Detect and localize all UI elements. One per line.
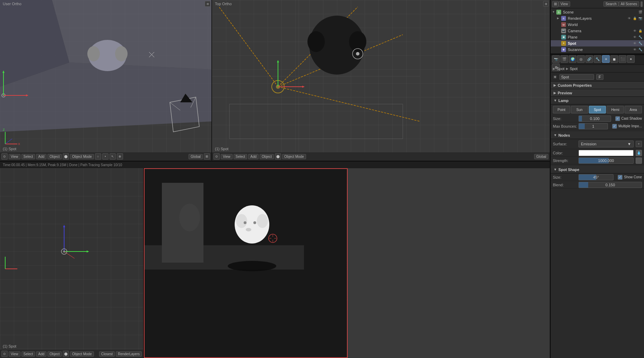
color-eyedropper[interactable]: 💧 [636, 150, 642, 156]
rl-lock-icon[interactable]: 🔒 [632, 16, 637, 21]
show-cone-checkbox[interactable]: ✓ [618, 175, 623, 180]
tb-mode-icon-tr[interactable]: ⬤ [275, 153, 281, 160]
tb-select-btn[interactable]: Select [21, 154, 35, 159]
spot-wrench-icon[interactable]: 🔧 [638, 41, 643, 46]
tb-select-btn-bl[interactable]: Select [21, 351, 35, 357]
tb-dot-icon[interactable]: • [102, 153, 108, 160]
prop-object-icon-btn[interactable]: ◎ [577, 55, 585, 63]
tb-global-btn[interactable]: Global [189, 154, 203, 159]
prop-particles-icon-btn[interactable]: ✦ [627, 55, 635, 63]
strength-slider[interactable]: 1000.000 [578, 157, 634, 164]
viewport-max-btn[interactable]: ⊞ [205, 1, 210, 7]
tree-item-spot[interactable]: ▶ ☀ Spot 👁 🔧 [551, 40, 644, 46]
tree-item-world[interactable]: ▶ W World [551, 22, 644, 28]
tb-object-btn[interactable]: Object [47, 154, 62, 159]
suzanne-eye-icon[interactable]: 👁 [632, 47, 637, 52]
tree-item-camera[interactable]: ▶ 📷 Camera 👁 🔒 [551, 28, 644, 34]
plane-eye-icon[interactable]: 👁 [632, 35, 637, 40]
section-nodes[interactable]: ▼ Nodes [551, 131, 644, 139]
tb-mode-icon[interactable]: ⬤ [63, 153, 69, 160]
prop-world-icon-btn[interactable]: 🌍 [569, 55, 576, 63]
tb-closest-btn[interactable]: Closest [99, 351, 115, 357]
lamp-name-input[interactable] [559, 74, 594, 80]
tb-global-btn-tr[interactable]: Global [534, 154, 548, 159]
tb-view-btn-tr[interactable]: View [221, 154, 233, 159]
spot-size-slider[interactable]: 45° [578, 174, 613, 180]
section-lamp[interactable]: ▼ Lamp [551, 97, 644, 104]
tree-item-plane[interactable]: ▶ ▣ Plane 👁 🔧 [551, 34, 644, 40]
section-custom-properties[interactable]: ▶ Custom Properties [551, 82, 644, 89]
size-slider[interactable]: 0.100 [578, 116, 611, 122]
breadcrumb-spot1[interactable]: Spot [557, 67, 565, 71]
tb-view-btn[interactable]: View [9, 154, 20, 159]
viewport-bottom-left[interactable]: (1) Spot ⊙ View Select Add Object ⬤ Obje… [0, 168, 144, 358]
cam-eye-icon[interactable]: 👁 [632, 28, 637, 33]
tree-item-scene[interactable]: ▼ S Scene 🎬 [551, 9, 644, 15]
panel-resize-handle[interactable] [641, 1, 643, 7]
tb-cursor-icon[interactable]: ↖ [110, 153, 116, 160]
breadcrumb-spot2[interactable]: Spot [570, 67, 578, 71]
max-bounces-slider[interactable]: 1 [578, 123, 608, 129]
prop-material-icon-btn[interactable]: ◼ [610, 55, 618, 63]
tb-add-btn[interactable]: Add [36, 154, 46, 159]
outliner-view-icon[interactable]: ⊞ [552, 1, 558, 7]
viewport-user-ortho[interactable]: X Z Us [0, 0, 212, 161]
prop-lamp-icon-btn[interactable]: ☀ [602, 55, 610, 63]
color-swatch[interactable] [578, 150, 634, 156]
viewport-controls-tr[interactable]: ⊞ [543, 1, 549, 7]
cam-lock-icon[interactable]: 🔒 [638, 28, 643, 33]
section-spot-shape[interactable]: ▼ Spot Shape [551, 166, 644, 173]
lamp-hemi-btn[interactable]: Hemi [607, 106, 624, 113]
rl-render-icon[interactable]: 📷 [638, 16, 643, 21]
surface-dropdown[interactable]: Emission ▼ [578, 140, 634, 147]
tb-object-btn-bl[interactable]: Object [47, 351, 62, 357]
tb-mode-btn-bl[interactable]: Object Mode [70, 351, 94, 357]
viewport-render[interactable] [144, 168, 348, 358]
tb-render-layers-btn[interactable]: RenderLayers [116, 351, 142, 357]
section-preview[interactable]: ▶ Preview [551, 89, 644, 97]
tb-mode-btn-tr[interactable]: Object Mode [282, 154, 306, 159]
multiple-imp-checkbox[interactable]: ✓ [612, 124, 617, 129]
prop-render-icon-btn[interactable]: 📷 [552, 55, 560, 63]
tb-mode-icon-bl[interactable]: ⬤ [63, 351, 69, 357]
tb-move-icon[interactable]: ⊕ [117, 153, 123, 160]
plane-wrench-icon[interactable]: 🔧 [638, 35, 643, 40]
viewport-max-btn-tr[interactable]: ⊞ [543, 1, 549, 7]
viewport-toolbar-tl[interactable]: ⊙ View Select Add Object ⬤ Object Mode ○… [0, 152, 211, 161]
tb-add-btn-tr[interactable]: Add [248, 154, 259, 159]
tb-object-btn-tr[interactable]: Object [260, 154, 274, 159]
strength-extra-btn[interactable] [636, 157, 642, 164]
viewport-top-ortho[interactable]: Top Ortho ⊞ (1) Spot ⊙ View Select Add O… [212, 0, 550, 161]
blend-slider[interactable]: 0.150 [578, 182, 642, 188]
suzanne-wrench-icon[interactable]: 🔧 [638, 47, 643, 52]
tb-add-btn-bl[interactable]: Add [36, 351, 46, 357]
lamp-point-btn[interactable]: Point [553, 106, 570, 113]
tb-select-btn-tr[interactable]: Select [234, 154, 247, 159]
cast-shadow-checkbox[interactable]: ✓ [615, 116, 620, 121]
tb-mode-btn[interactable]: Object Mode [70, 154, 94, 159]
prop-scene-icon-btn[interactable]: 🎬 [560, 55, 568, 63]
tb-view-icon[interactable]: ⊙ [1, 153, 8, 160]
lamp-spot-btn[interactable]: Spot [589, 106, 606, 113]
prop-constraints-icon-btn[interactable]: 🔗 [585, 55, 593, 63]
outliner-view-btn[interactable]: View [558, 1, 570, 7]
surface-btn-extra[interactable]: + [636, 141, 642, 147]
viewport-toolbar-bl[interactable]: ⊙ View Select Add Object ⬤ Object Mode C… [0, 350, 143, 358]
prop-modifier-icon-btn[interactable]: 🔧 [594, 55, 601, 63]
scene-cam-icon[interactable]: 🎬 [638, 10, 643, 15]
lamp-f-button[interactable]: F [596, 74, 603, 80]
outliner-all-scenes-btn[interactable]: All Scenes [619, 1, 639, 7]
viewport-controls[interactable]: ⊞ [205, 1, 210, 7]
tb-sphere-icon[interactable]: ○ [95, 153, 101, 160]
tree-item-renderlayers[interactable]: ▶ R RenderLayers 👁 🔒 📷 [551, 15, 644, 22]
outliner-search-btn[interactable]: Search [603, 1, 619, 7]
tb-grid-icon[interactable]: ⊞ [204, 153, 210, 160]
tb-view-btn-bl[interactable]: View [9, 351, 20, 357]
rl-eye-icon[interactable]: 👁 [627, 16, 632, 21]
spot-eye-icon[interactable]: 👁 [632, 41, 637, 46]
tb-view-icon-bl[interactable]: ⊙ [1, 351, 8, 357]
viewport-toolbar-tr[interactable]: ⊙ View Select Add Object ⬤ Object Mode G… [212, 152, 550, 161]
tree-item-suzanne[interactable]: ▶ ◉ Suzanne 👁 🔧 [551, 46, 644, 53]
lamp-area-btn[interactable]: Area [625, 106, 642, 113]
lamp-sun-btn[interactable]: Sun [571, 106, 588, 113]
